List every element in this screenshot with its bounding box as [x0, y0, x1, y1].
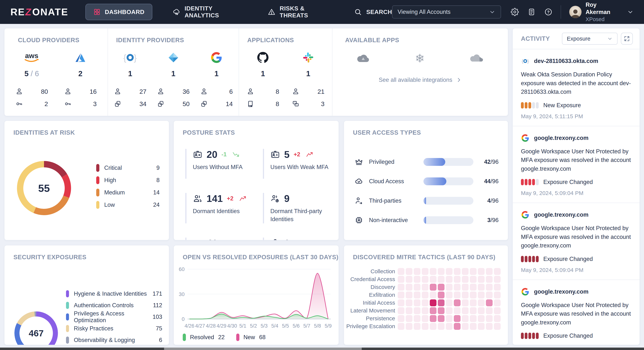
- heatmap-cell[interactable]: [462, 299, 468, 306]
- heatmap-cell[interactable]: [454, 315, 460, 322]
- stat-dormant-identities[interactable]: 141 +2 Dormant Identities: [185, 193, 254, 223]
- heatmap-cell[interactable]: [430, 268, 436, 275]
- heatmap-cell[interactable]: [470, 284, 476, 291]
- heatmap-cell[interactable]: [446, 268, 452, 275]
- heatmap-cell[interactable]: [438, 299, 444, 306]
- heatmap-cell[interactable]: [422, 323, 428, 330]
- tab-identity-analytics[interactable]: IDENTITY ANALYTICS: [172, 5, 248, 19]
- heatmap-cell[interactable]: [422, 292, 428, 298]
- heatmap-cell[interactable]: [446, 276, 452, 283]
- heatmap-cell[interactable]: [430, 323, 436, 330]
- heatmap-cell[interactable]: [494, 292, 500, 298]
- activity-filter-select[interactable]: Exposure: [562, 33, 618, 45]
- tab-dashboard[interactable]: DASHBOARD: [86, 4, 152, 20]
- tab-risks-threats[interactable]: RISKS & THREATS: [268, 5, 334, 19]
- heatmap-cell[interactable]: [438, 307, 444, 314]
- heatmap-cell[interactable]: [494, 284, 500, 291]
- help-icon[interactable]: [544, 8, 552, 16]
- heatmap-cell[interactable]: [494, 307, 500, 314]
- settings-gear-icon[interactable]: [511, 8, 519, 16]
- heatmap-cell[interactable]: [438, 284, 444, 291]
- stat-sso-bypassing[interactable]: 1 +1 SSO Bypassing Identities: [263, 238, 331, 240]
- heatmap-cell[interactable]: [486, 292, 492, 298]
- heatmap-cell[interactable]: [470, 276, 476, 283]
- heatmap-cell[interactable]: [398, 299, 404, 306]
- heatmap-cell[interactable]: [446, 292, 452, 298]
- resolved-legend-label[interactable]: Resolved: [190, 334, 214, 341]
- stat-password-rotation[interactable]: 41 Password Rotation: [185, 238, 254, 240]
- provider-azuread[interactable]: 1 36 50: [152, 50, 194, 110]
- heatmap-cell[interactable]: [478, 268, 484, 275]
- heatmap-cell[interactable]: [422, 284, 428, 291]
- heatmap-cell[interactable]: [454, 299, 460, 306]
- access-row-non-interactive[interactable]: Non-interactive 3/96: [354, 211, 498, 230]
- access-row-cloud-access[interactable]: Cloud Access 44/96: [354, 172, 498, 191]
- heatmap-cell[interactable]: [398, 276, 404, 283]
- heatmap-cell[interactable]: [438, 292, 444, 298]
- heatmap-cell[interactable]: [422, 276, 428, 283]
- access-row-third-parties[interactable]: Third-parties 4/96: [354, 191, 498, 211]
- legend-row[interactable]: Low 24: [96, 201, 160, 209]
- snowflake-icon[interactable]: ❄: [415, 53, 425, 64]
- heatmap-cell[interactable]: [454, 307, 460, 314]
- heatmap-cell[interactable]: [462, 268, 468, 275]
- app-slack[interactable]: 1 21 3: [287, 50, 330, 110]
- access-row-privileged[interactable]: Privileged 42/96: [354, 152, 498, 172]
- heatmap-cell[interactable]: [438, 315, 444, 322]
- heatmap-cell[interactable]: [486, 284, 492, 291]
- legend-row[interactable]: Risky Practices 75: [66, 325, 162, 332]
- heatmap-cell[interactable]: [494, 268, 500, 275]
- heatmap-cell[interactable]: [478, 284, 484, 291]
- heatmap-cell[interactable]: [414, 323, 420, 330]
- heatmap-cell[interactable]: [430, 292, 436, 298]
- heatmap-cell[interactable]: [406, 276, 412, 283]
- heatmap-cell[interactable]: [470, 315, 476, 322]
- heatmap-cell[interactable]: [406, 307, 412, 314]
- heatmap-cell[interactable]: [406, 323, 412, 330]
- user-avatar[interactable]: [569, 6, 582, 18]
- heatmap-cell[interactable]: [446, 284, 452, 291]
- heatmap-cell[interactable]: [486, 268, 492, 275]
- heatmap-cell[interactable]: [470, 323, 476, 330]
- stat-dormant-third-party[interactable]: 9 Dormant Third-party Identities: [263, 193, 331, 223]
- heatmap-cell[interactable]: [494, 315, 500, 322]
- heatmap-cell[interactable]: [414, 307, 420, 314]
- heatmap-cell[interactable]: [446, 315, 452, 322]
- heatmap-cell[interactable]: [486, 276, 492, 283]
- account-scope-select[interactable]: Viewing All Accounts: [392, 6, 501, 19]
- heatmap-cell[interactable]: [462, 323, 468, 330]
- heatmap-cell[interactable]: [438, 323, 444, 330]
- heatmap-cell[interactable]: [454, 292, 460, 298]
- heatmap-cell[interactable]: [414, 284, 420, 291]
- heatmap-cell[interactable]: [470, 292, 476, 298]
- heatmap-cell[interactable]: [454, 276, 460, 283]
- heatmap-cell[interactable]: [462, 284, 468, 291]
- heatmap-cell[interactable]: [438, 276, 444, 283]
- heatmap-cell[interactable]: [462, 276, 468, 283]
- heatmap-cell[interactable]: [486, 323, 492, 330]
- heatmap-cell[interactable]: [462, 292, 468, 298]
- heatmap-cell[interactable]: [478, 315, 484, 322]
- heatmap-cell[interactable]: [422, 268, 428, 275]
- provider-azure[interactable]: 2 16 3: [59, 50, 102, 110]
- heatmap-cell[interactable]: [398, 323, 404, 330]
- heatmap-cell[interactable]: [478, 307, 484, 314]
- heatmap-cell[interactable]: [398, 268, 404, 275]
- heatmap-cell[interactable]: [422, 299, 428, 306]
- heatmap-cell[interactable]: [430, 276, 436, 283]
- heatmap-cell[interactable]: [430, 284, 436, 291]
- heatmap-cell[interactable]: [414, 268, 420, 275]
- heatmap-cell[interactable]: [398, 284, 404, 291]
- user-menu-chevron-icon[interactable]: [627, 9, 634, 15]
- heatmap-cell[interactable]: [446, 299, 452, 306]
- heatmap-cell[interactable]: [430, 299, 436, 306]
- heatmap-cell[interactable]: [478, 276, 484, 283]
- heatmap-cell[interactable]: [406, 284, 412, 291]
- legend-row[interactable]: Hygiene & Inactive Identities 171: [66, 290, 162, 297]
- google-cloud-icon[interactable]: [356, 53, 370, 64]
- heatmap-cell[interactable]: [478, 292, 484, 298]
- activity-item[interactable]: google.trexony.com Google Workspace User…: [513, 203, 640, 280]
- heatmap-cell[interactable]: [406, 268, 412, 275]
- activity-expand-button[interactable]: [621, 33, 633, 45]
- heatmap-cell[interactable]: [470, 299, 476, 306]
